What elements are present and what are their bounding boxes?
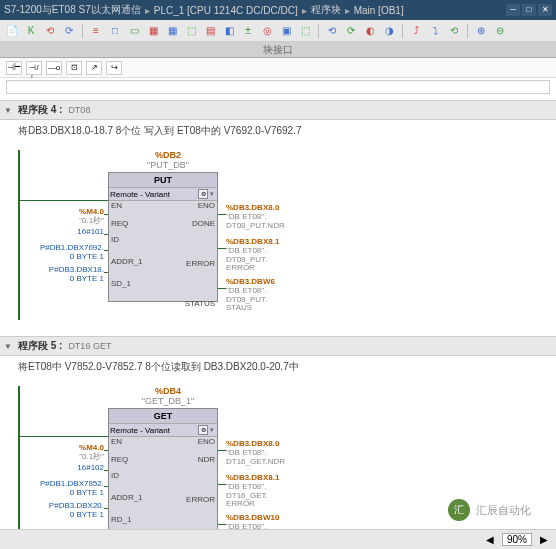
- toolbar-button-11[interactable]: ▤: [202, 23, 218, 39]
- ladder-tool-5[interactable]: ↪: [106, 61, 122, 75]
- collapse-icon[interactable]: ▼: [4, 342, 12, 351]
- signal-output[interactable]: %DB3.DBX8.0"DB ET08".DT16_GET.NDR: [226, 440, 285, 466]
- chevron-right-icon: ▸: [302, 5, 307, 16]
- toolbar-separator: [318, 24, 319, 38]
- toolbar-separator: [467, 24, 468, 38]
- signal-id[interactable]: 16#101: [77, 228, 104, 237]
- pin-en[interactable]: EN: [111, 201, 122, 210]
- nav-left-icon[interactable]: ◀: [486, 534, 494, 545]
- toolbar-button-18[interactable]: ⟲: [324, 23, 340, 39]
- breadcrumb-3[interactable]: Main [OB1]: [354, 5, 404, 16]
- toolbar-button-27[interactable]: ⊕: [473, 23, 489, 39]
- breadcrumb-2[interactable]: 程序块: [311, 3, 341, 17]
- signal-output[interactable]: %DB3.DBX8.0"DB ET08".DT08_PUT.NDR: [226, 204, 285, 230]
- pin-status[interactable]: STATUS: [185, 299, 215, 308]
- zoom-level[interactable]: 90%: [502, 533, 532, 546]
- toolbar-button-20[interactable]: ◐: [362, 23, 378, 39]
- pin-addr_1[interactable]: ADDR_1: [111, 257, 143, 266]
- signal-addr_1[interactable]: P#DB1.DBX7852.0 BYTE 1: [40, 480, 104, 498]
- toolbar-button-10[interactable]: ⬚: [183, 23, 199, 39]
- toolbar-button-5[interactable]: ≡: [88, 23, 104, 39]
- toolbar-button-1[interactable]: K: [23, 23, 39, 39]
- ladder-tool-1[interactable]: ⊣/⊢: [26, 61, 42, 75]
- block-interface-tab[interactable]: 块接口: [0, 42, 556, 58]
- toolbar-button-28[interactable]: ⊖: [492, 23, 508, 39]
- network-header[interactable]: ▼ 程序段 5 : DT16 GET: [0, 336, 556, 356]
- editor-area[interactable]: ▼ 程序段 4 : DT08将DB3.DBX18.0-18.7 8个位 写入到 …: [0, 78, 556, 529]
- toolbar-button-7[interactable]: ▭: [126, 23, 142, 39]
- breadcrumb-0[interactable]: S7-1200与ET08 S7以太网通信: [4, 3, 141, 17]
- db-name: "PUT_DB": [128, 160, 208, 170]
- signal-output[interactable]: %DB3.DBX8.1"DB ET08".DT08_PUT.ERROR: [226, 238, 279, 273]
- toolbar-button-25[interactable]: ⟲: [446, 23, 462, 39]
- toolbar-button-3[interactable]: ⟳: [61, 23, 77, 39]
- pin-ndr[interactable]: NDR: [198, 455, 215, 464]
- signal-req[interactable]: %M4.0"0.1秒": [79, 208, 104, 226]
- pin-id[interactable]: ID: [111, 235, 119, 244]
- maximize-button[interactable]: □: [522, 4, 536, 16]
- toolbar-button-14[interactable]: ◎: [259, 23, 275, 39]
- toolbar-button-2[interactable]: ⟲: [42, 23, 58, 39]
- pin-rd_1[interactable]: RD_1: [111, 515, 131, 524]
- wire: [218, 484, 226, 485]
- function-block[interactable]: PUT Remote - Variant ⚙ ▾ ENREQIDADDR_1SD…: [108, 172, 218, 302]
- ladder-tool-4[interactable]: ↗: [86, 61, 102, 75]
- toolbar-button-23[interactable]: ⤴: [408, 23, 424, 39]
- signal-output[interactable]: %DB3.DBW10"DB ET08".DT16_GET.STAUS: [226, 514, 279, 529]
- toolbar-button-19[interactable]: ⟳: [343, 23, 359, 39]
- network-title: 程序段 4 :: [18, 103, 62, 117]
- toolbar-button-15[interactable]: ▣: [278, 23, 294, 39]
- breadcrumb-1[interactable]: PLC_1 [CPU 1214C DC/DC/DC]: [154, 5, 298, 16]
- pin-req[interactable]: REQ: [111, 219, 128, 228]
- toolbar-button-21[interactable]: ◑: [381, 23, 397, 39]
- pin-addr_1[interactable]: ADDR_1: [111, 493, 143, 502]
- block-config-icon[interactable]: ⚙: [198, 425, 208, 435]
- pin-req[interactable]: REQ: [111, 455, 128, 464]
- toolbar-button-8[interactable]: ▦: [145, 23, 161, 39]
- function-block[interactable]: GET Remote - Variant ⚙ ▾ ENREQIDADDR_1RD…: [108, 408, 218, 529]
- signal-req[interactable]: %M4.0"0.1秒": [79, 444, 104, 462]
- signal-addr_1[interactable]: P#DB1.DBX7692.0 BYTE 1: [40, 244, 104, 262]
- toolbar-button-9[interactable]: ▦: [164, 23, 180, 39]
- network-header[interactable]: ▼ 程序段 4 : DT08: [0, 100, 556, 120]
- ladder-tool-0[interactable]: ⊣⊢: [6, 61, 22, 75]
- wire: [218, 248, 226, 249]
- collapse-icon[interactable]: ▼: [4, 106, 12, 115]
- pin-eno[interactable]: ENO: [198, 437, 215, 446]
- toolbar-button-24[interactable]: ⤵: [427, 23, 443, 39]
- ladder-tool-3[interactable]: ⊡: [66, 61, 82, 75]
- dropdown-icon[interactable]: ▾: [210, 190, 214, 198]
- watermark-icon: 汇: [448, 499, 470, 521]
- pin-error[interactable]: ERROR: [186, 495, 215, 504]
- block-title: GET: [109, 409, 217, 424]
- expression-input[interactable]: [6, 80, 550, 94]
- toolbar-button-13[interactable]: ±: [240, 23, 256, 39]
- ladder-tool-2[interactable]: —o—: [46, 61, 62, 75]
- signal-sd_1[interactable]: P#DB3.DBX18.0 BYTE 1: [49, 266, 104, 284]
- signal-id[interactable]: 16#102: [77, 464, 104, 473]
- signal-output[interactable]: %DB3.DBW6"DB ET08".DT08_PUT.STAUS: [226, 278, 275, 313]
- watermark: 汇 汇辰自动化: [448, 499, 531, 521]
- signal-rd_1[interactable]: P#DB3.DBX20.0 BYTE 1: [49, 502, 104, 520]
- pin-id[interactable]: ID: [111, 471, 119, 480]
- minimize-button[interactable]: ─: [506, 4, 520, 16]
- title-bar: S7-1200与ET08 S7以太网通信 ▸ PLC_1 [CPU 1214C …: [0, 0, 556, 20]
- toolbar-button-12[interactable]: ◧: [221, 23, 237, 39]
- close-button[interactable]: ✕: [538, 4, 552, 16]
- toolbar-button-0[interactable]: 📄: [4, 23, 20, 39]
- network-comment[interactable]: 将DB3.DBX18.0-18.7 8个位 写入到 ET08中的 V7692.0…: [0, 120, 556, 142]
- pin-done[interactable]: DONE: [192, 219, 215, 228]
- block-config-icon[interactable]: ⚙: [198, 189, 208, 199]
- network-comment[interactable]: 将ET08中 V7852.0-V7852.7 8个位读取到 DB3.DBX20.…: [0, 356, 556, 378]
- nav-right-icon[interactable]: ▶: [540, 534, 548, 545]
- wire: [218, 214, 226, 215]
- pin-sd_1[interactable]: SD_1: [111, 279, 131, 288]
- pin-en[interactable]: EN: [111, 437, 122, 446]
- pin-error[interactable]: ERROR: [186, 259, 215, 268]
- ladder-diagram[interactable]: %DB2 "PUT_DB"PUT Remote - Variant ⚙ ▾ EN…: [18, 150, 538, 320]
- pin-eno[interactable]: ENO: [198, 201, 215, 210]
- signal-output[interactable]: %DB3.DBX8.1"DB ET08".DT16_GET.ERROR: [226, 474, 279, 509]
- toolbar-button-6[interactable]: □: [107, 23, 123, 39]
- toolbar-button-16[interactable]: ⬚: [297, 23, 313, 39]
- dropdown-icon[interactable]: ▾: [210, 426, 214, 434]
